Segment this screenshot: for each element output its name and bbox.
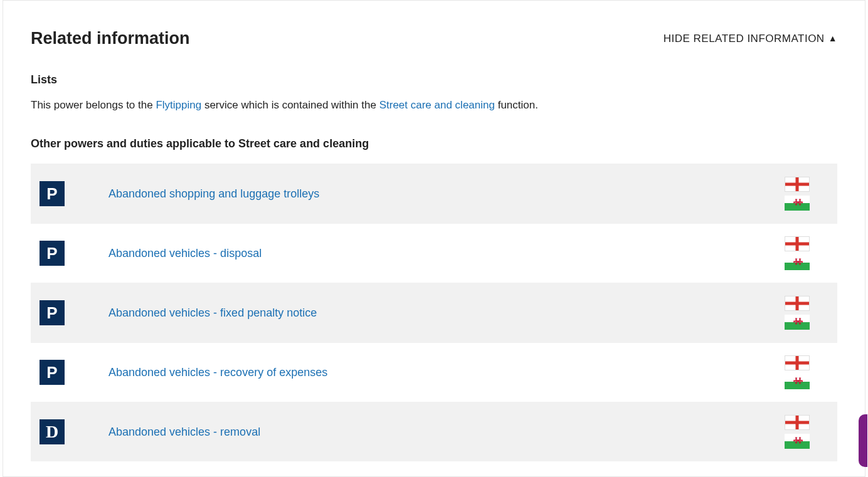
feedback-widget-tab[interactable]	[859, 414, 867, 467]
hide-related-toggle[interactable]: HIDE RELATED INFORMATION ▲	[664, 31, 837, 47]
duty-badge-icon: D	[40, 419, 65, 444]
list-item: PAbandoned shopping and luggage trolleys…	[31, 164, 837, 223]
power-badge-icon: P	[40, 181, 65, 206]
power-link[interactable]: Abandoned shopping and luggage trolleys	[109, 186, 785, 202]
section-title: Related information	[31, 26, 190, 51]
header-row: Related information HIDE RELATED INFORMA…	[31, 26, 837, 51]
powers-list: PAbandoned shopping and luggage trolleys…	[31, 164, 837, 461]
wales-flag-icon: ⰀⰀ	[785, 255, 810, 270]
jurisdiction-flags: ⰀⰀ	[785, 415, 810, 449]
power-link[interactable]: Abandoned vehicles - recovery of expense…	[109, 364, 785, 381]
list-item: PAbandoned vehicles - recovery of expens…	[31, 342, 837, 402]
hide-related-label: HIDE RELATED INFORMATION	[664, 31, 825, 47]
other-powers-heading: Other powers and duties applicable to St…	[31, 135, 837, 152]
intro-text-prefix: This power belongs to the	[31, 99, 156, 111]
england-flag-icon	[785, 296, 810, 311]
england-flag-icon	[785, 177, 810, 192]
jurisdiction-flags: ⰀⰀ	[785, 296, 810, 330]
wales-flag-icon: ⰀⰀ	[785, 374, 810, 389]
jurisdiction-flags: ⰀⰀ	[785, 236, 810, 270]
intro-text-mid: service which is contained within the	[201, 99, 379, 111]
power-link[interactable]: Abandoned vehicles - removal	[109, 424, 785, 441]
collapse-up-icon: ▲	[828, 32, 837, 45]
jurisdiction-flags: ⰀⰀ	[785, 355, 810, 389]
power-badge-icon: P	[40, 300, 65, 325]
england-flag-icon	[785, 415, 810, 430]
power-badge-icon: P	[40, 360, 65, 385]
intro-paragraph: This power belongs to the Flytipping ser…	[31, 97, 837, 113]
power-link[interactable]: Abandoned vehicles - disposal	[109, 245, 785, 262]
wales-flag-icon: ⰀⰀ	[785, 315, 810, 330]
wales-flag-icon: ⰀⰀ	[785, 196, 810, 211]
flytipping-link[interactable]: Flytipping	[156, 99, 201, 111]
intro-text-suffix: function.	[495, 99, 538, 111]
power-link[interactable]: Abandoned vehicles - fixed penalty notic…	[109, 305, 785, 322]
england-flag-icon	[785, 236, 810, 251]
list-item: DAbandoned vehicles - removalⰀⰀ	[31, 402, 837, 461]
power-badge-icon: P	[40, 241, 65, 266]
related-info-panel: Related information HIDE RELATED INFORMA…	[3, 0, 865, 477]
jurisdiction-flags: ⰀⰀ	[785, 177, 810, 211]
list-item: PAbandoned vehicles - fixed penalty noti…	[31, 283, 837, 342]
lists-heading: Lists	[31, 71, 837, 88]
street-care-link[interactable]: Street care and cleaning	[379, 99, 495, 111]
list-item: PAbandoned vehicles - disposalⰀⰀ	[31, 223, 837, 283]
england-flag-icon	[785, 355, 810, 370]
wales-flag-icon: ⰀⰀ	[785, 434, 810, 449]
